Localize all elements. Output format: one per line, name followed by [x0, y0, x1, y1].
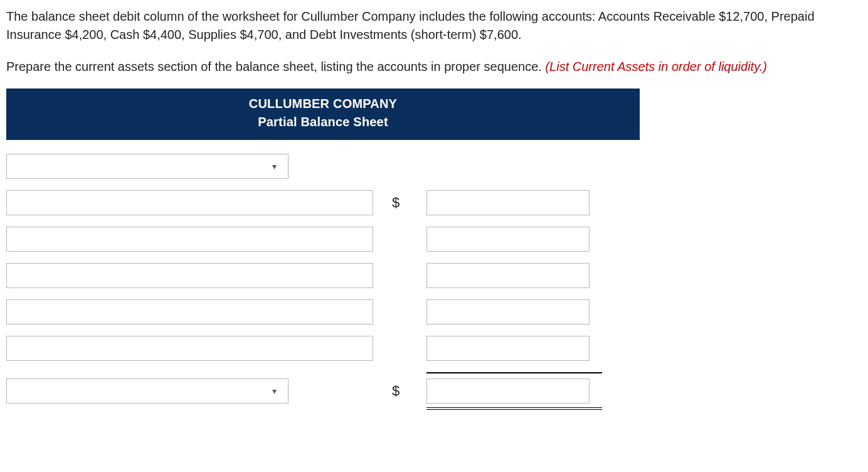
total-amount-cell [426, 372, 602, 410]
account-input-1[interactable] [6, 190, 373, 215]
instruction-line: Prepare the current assets section of th… [6, 58, 862, 76]
total-label-select[interactable]: ▾ [6, 378, 288, 404]
instruction-hint: (List Current Assets in order of liquidi… [545, 60, 766, 73]
account-input-3[interactable] [6, 263, 373, 288]
amount-input-3[interactable] [426, 263, 590, 288]
amount-input-5[interactable] [426, 336, 590, 361]
instruction-text: Prepare the current assets section of th… [6, 60, 545, 73]
amount-input-2[interactable] [426, 227, 590, 252]
account-input-5[interactable] [6, 336, 373, 361]
chevron-down-icon: ▾ [272, 160, 277, 173]
amount-input-4[interactable] [426, 299, 590, 324]
section-heading-select[interactable]: ▾ [6, 154, 288, 179]
account-input-2[interactable] [6, 227, 373, 252]
chevron-down-icon: ▾ [272, 385, 277, 397]
question-paragraph: The balance sheet debit column of the wo… [6, 8, 862, 44]
account-input-4[interactable] [6, 299, 373, 324]
sheet-subtitle: Partial Balance Sheet [10, 113, 636, 131]
currency-symbol-total: $ [373, 381, 426, 401]
company-name: CULLUMBER COMPANY [10, 95, 636, 113]
double-underline [426, 406, 602, 410]
partial-balance-sheet: CULLUMBER COMPANY Partial Balance Sheet … [6, 88, 640, 410]
total-amount-input[interactable] [426, 378, 590, 404]
amount-input-1[interactable] [426, 190, 590, 215]
currency-symbol-1: $ [373, 193, 426, 213]
sheet-header: CULLUMBER COMPANY Partial Balance Sheet [6, 88, 640, 140]
